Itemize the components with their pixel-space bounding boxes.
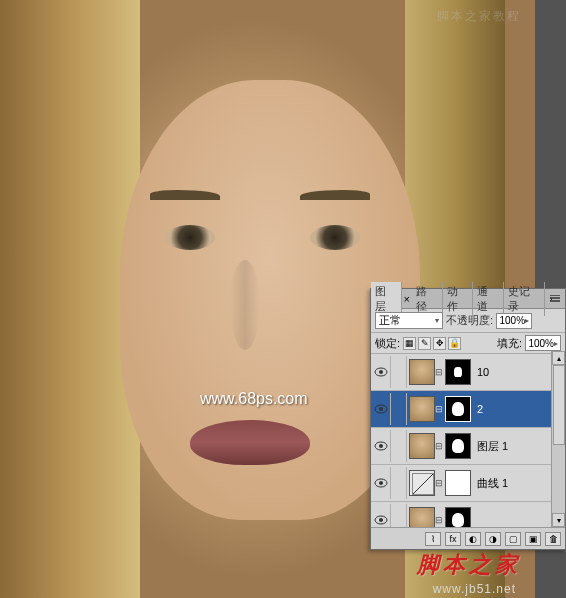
watermark-faint: 脚本之家教程 [437,8,521,25]
lock-all-icon[interactable]: 🔒 [448,337,461,350]
watermark-brand: 脚本之家 [417,550,521,580]
svg-point-5 [379,444,383,448]
tab-layers[interactable]: 图层 [371,282,402,316]
layer-mask-thumbnail[interactable] [445,396,471,422]
lock-position-icon[interactable]: ✥ [433,337,446,350]
link-layers-button[interactable]: ⌇ [425,532,441,546]
mask-link-icon[interactable]: ⊟ [435,441,443,451]
layer-mask-button[interactable]: ◐ [465,532,481,546]
svg-point-9 [379,518,383,522]
lips [190,420,310,465]
visibility-eye-icon[interactable] [374,515,388,525]
layers-panel: 图层 × 路径 动作 通道 史记录 正常 ▾ 不透明度: 100% ▸ 锁定: … [370,288,566,550]
blend-mode-value: 正常 [379,313,401,328]
tab-history[interactable]: 史记录 [504,282,545,316]
visibility-eye-icon[interactable] [374,441,388,451]
panel-menu-icon[interactable] [545,293,565,305]
scroll-down-button[interactable]: ▾ [552,513,565,527]
layer-mask-thumbnail[interactable] [445,470,471,496]
chevron-down-icon: ▾ [435,316,439,325]
visibility-eye-icon[interactable] [374,404,388,414]
nose [230,260,260,350]
group-button[interactable]: ▢ [505,532,521,546]
tab-actions[interactable]: 动作 [443,282,474,316]
watermark-domain: www.jb51.net [433,582,516,596]
lock-label: 锁定: [375,336,400,351]
delete-layer-button[interactable]: 🗑 [545,532,561,546]
mask-link-icon[interactable]: ⊟ [435,478,443,488]
eyebrow [150,190,220,200]
layer-row[interactable]: ⊟ 曲线 1 [371,465,565,502]
mask-link-icon[interactable]: ⊟ [435,404,443,414]
layer-thumbnail[interactable] [409,359,435,385]
eyebrow [300,190,370,200]
link-col[interactable] [391,356,407,388]
link-col[interactable] [391,393,407,425]
new-layer-button[interactable]: ▣ [525,532,541,546]
opacity-value: 100% [499,315,525,326]
opacity-label: 不透明度: [446,313,493,328]
lock-pixels-icon[interactable]: ✎ [418,337,431,350]
layers-footer: ⌇ fx ◐ ◑ ▢ ▣ 🗑 [371,527,565,549]
link-col[interactable] [391,467,407,499]
hair-region [0,0,140,598]
fill-label: 填充: [497,336,522,351]
chevron-right-icon: ▸ [525,316,529,325]
svg-point-1 [379,370,383,374]
watermark-url: www.68ps.com [200,390,308,408]
layer-thumbnail[interactable] [409,433,435,459]
layer-thumbnail[interactable] [409,396,435,422]
lock-fill-row: 锁定: ▦ ✎ ✥ 🔒 填充: 100% ▸ [371,333,565,354]
mask-link-icon[interactable]: ⊟ [435,515,443,525]
layers-list: ⊟ 10 ⊟ 2 ⊟ 图层 1 ⊟ 曲线 1 [371,354,565,534]
scroll-thumb[interactable] [553,365,565,445]
layer-mask-thumbnail[interactable] [445,433,471,459]
adjustment-layer-button[interactable]: ◑ [485,532,501,546]
svg-point-3 [379,407,383,411]
visibility-eye-icon[interactable] [374,478,388,488]
fill-value: 100% [528,338,554,349]
layer-style-button[interactable]: fx [445,532,461,546]
tab-channels[interactable]: 通道 [473,282,504,316]
lock-icons-group: ▦ ✎ ✥ 🔒 [403,337,461,350]
tab-paths[interactable]: 路径 [412,282,443,316]
adjustment-thumbnail[interactable] [409,470,435,496]
eye [310,225,360,250]
eye [165,225,215,250]
layer-row[interactable]: ⊟ 10 [371,354,565,391]
chevron-right-icon: ▸ [554,339,558,348]
link-col[interactable] [391,430,407,462]
lock-transparency-icon[interactable]: ▦ [403,337,416,350]
panel-tab-bar: 图层 × 路径 动作 通道 史记录 [371,289,565,309]
layer-row[interactable]: ⊟ 图层 1 [371,428,565,465]
svg-point-7 [379,481,383,485]
visibility-eye-icon[interactable] [374,367,388,377]
tab-close-icon[interactable]: × [402,293,412,305]
blend-mode-select[interactable]: 正常 ▾ [375,312,443,329]
layer-mask-thumbnail[interactable] [445,359,471,385]
layer-row[interactable]: ⊟ 2 [371,391,565,428]
opacity-input[interactable]: 100% ▸ [496,313,532,329]
fill-input[interactable]: 100% ▸ [525,335,561,351]
mask-link-icon[interactable]: ⊟ [435,367,443,377]
layers-scrollbar[interactable]: ▴ ▾ [551,351,565,527]
scroll-up-button[interactable]: ▴ [552,351,565,365]
